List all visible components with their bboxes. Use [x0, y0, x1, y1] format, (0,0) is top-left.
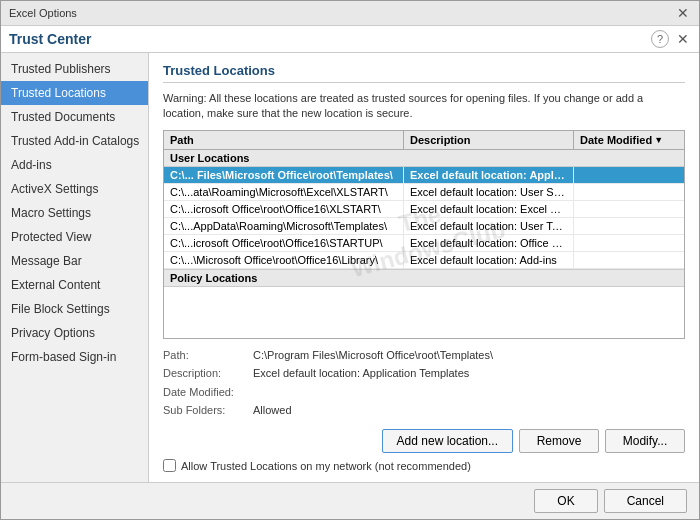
cell-description-3: Excel default location: User Templates [404, 218, 574, 234]
sidebar-item-message-bar[interactable]: Message Bar [1, 249, 148, 273]
cell-description-1: Excel default location: User StartUp [404, 184, 574, 200]
dialog-header: Trust Center ? ✕ [1, 26, 699, 53]
warning-text: Warning: All these locations are treated… [163, 91, 685, 122]
dialog-header-controls: ? ✕ [651, 30, 691, 48]
modify-button[interactable]: Modify... [605, 429, 685, 453]
dialog-footer: OK Cancel [1, 482, 699, 519]
cell-description-2: Excel default location: Excel StartUp [404, 201, 574, 217]
cell-date-1 [574, 184, 684, 200]
table-header: Path Description Date Modified ▼ [164, 131, 684, 150]
sidebar: Trusted PublishersTrusted LocationsTrust… [1, 53, 149, 482]
dialog-help-button[interactable]: ? [651, 30, 669, 48]
sidebar-item-privacy-options[interactable]: Privacy Options [1, 321, 148, 345]
bottom-buttons: Add new location... Remove Modify... [163, 429, 685, 453]
detail-date-modified-row: Date Modified: [163, 384, 685, 402]
table-row[interactable]: C:\... Files\Microsoft Office\root\Templ… [164, 167, 684, 184]
cell-description-0: Excel default location: Application Temp… [404, 167, 574, 183]
header-date-modified: Date Modified ▼ [574, 131, 684, 149]
detail-description-value: Excel default location: Application Temp… [253, 365, 685, 383]
sidebar-item-form-based-signin[interactable]: Form-based Sign-in [1, 345, 148, 369]
sidebar-item-file-block-settings[interactable]: File Block Settings [1, 297, 148, 321]
detail-path-label: Path: [163, 347, 253, 365]
cell-path-1: C:\...ata\Roaming\Microsoft\Excel\XLSTAR… [164, 184, 404, 200]
sidebar-item-activex-settings[interactable]: ActiveX Settings [1, 177, 148, 201]
detail-subfolders-value: Allowed [253, 402, 685, 420]
ok-button[interactable]: OK [534, 489, 597, 513]
locations-table-outer: Path Description Date Modified ▼ User Lo… [163, 130, 685, 339]
remove-button[interactable]: Remove [519, 429, 599, 453]
cell-description-5: Excel default location: Add-ins [404, 252, 574, 268]
dialog-title: Trust Center [9, 31, 91, 47]
detail-subfolders-row: Sub Folders: Allowed [163, 402, 685, 420]
table-row[interactable]: C:\...icrosoft Office\root\Office16\STAR… [164, 235, 684, 252]
allow-trusted-locations-row: Allow Trusted Locations on my network (n… [163, 459, 685, 472]
sidebar-item-protected-view[interactable]: Protected View [1, 225, 148, 249]
policy-locations-header: Policy Locations [164, 269, 684, 287]
allow-trusted-locations-checkbox[interactable] [163, 459, 176, 472]
cell-path-2: C:\...icrosoft Office\root\Office16\XLST… [164, 201, 404, 217]
cell-date-2 [574, 201, 684, 217]
table-row[interactable]: C:\...AppData\Roaming\Microsoft\Template… [164, 218, 684, 235]
detail-subfolders-label: Sub Folders: [163, 402, 253, 420]
cancel-button[interactable]: Cancel [604, 489, 687, 513]
table-row[interactable]: C:\...\Microsoft Office\root\Office16\Li… [164, 252, 684, 269]
allow-trusted-locations-label: Allow Trusted Locations on my network (n… [181, 460, 471, 472]
user-locations-header: User Locations [164, 150, 684, 167]
header-path: Path [164, 131, 404, 149]
cell-date-0 [574, 167, 684, 183]
sidebar-item-trusted-locations[interactable]: Trusted Locations [1, 81, 148, 105]
sidebar-item-macro-settings[interactable]: Macro Settings [1, 201, 148, 225]
header-description: Description [404, 131, 574, 149]
sidebar-item-add-ins[interactable]: Add-ins [1, 153, 148, 177]
cell-date-5 [574, 252, 684, 268]
cell-description-4: Excel default location: Office StartUp [404, 235, 574, 251]
sidebar-item-external-content[interactable]: External Content [1, 273, 148, 297]
detail-description-row: Description: Excel default location: App… [163, 365, 685, 383]
sidebar-item-trusted-documents[interactable]: Trusted Documents [1, 105, 148, 129]
cell-path-3: C:\...AppData\Roaming\Microsoft\Template… [164, 218, 404, 234]
section-title: Trusted Locations [163, 63, 685, 83]
sort-icon: ▼ [654, 135, 663, 145]
title-bar: Excel Options ✕ [1, 1, 699, 26]
cell-path-0: C:\... Files\Microsoft Office\root\Templ… [164, 167, 404, 183]
add-new-location-button[interactable]: Add new location... [382, 429, 513, 453]
table-row[interactable]: C:\...icrosoft Office\root\Office16\XLST… [164, 201, 684, 218]
detail-path-row: Path: C:\Program Files\Microsoft Office\… [163, 347, 685, 365]
main-content: Trusted PublishersTrusted LocationsTrust… [1, 53, 699, 482]
detail-date-modified-label: Date Modified: [163, 384, 253, 402]
detail-description-label: Description: [163, 365, 253, 383]
table-row[interactable]: C:\...ata\Roaming\Microsoft\Excel\XLSTAR… [164, 184, 684, 201]
cell-path-4: C:\...icrosoft Office\root\Office16\STAR… [164, 235, 404, 251]
title-bar-controls: ✕ [675, 5, 691, 21]
main-window: Excel Options ✕ Trust Center ? ✕ Trusted… [0, 0, 700, 520]
detail-path-value: C:\Program Files\Microsoft Office\root\T… [253, 347, 685, 365]
table-body: User Locations C:\... Files\Microsoft Of… [164, 150, 684, 338]
details-section: Path: C:\Program Files\Microsoft Office\… [163, 347, 685, 421]
cell-path-5: C:\...\Microsoft Office\root\Office16\Li… [164, 252, 404, 268]
content-area: Trusted Locations Warning: All these loc… [149, 53, 699, 482]
sidebar-item-trusted-addin-catalogs[interactable]: Trusted Add-in Catalogs [1, 129, 148, 153]
locations-table: Path Description Date Modified ▼ User Lo… [163, 130, 685, 339]
cell-date-3 [574, 218, 684, 234]
dialog-close-button[interactable]: ✕ [675, 31, 691, 47]
window-title: Excel Options [9, 7, 77, 19]
cell-date-4 [574, 235, 684, 251]
window-close-button[interactable]: ✕ [675, 5, 691, 21]
detail-date-modified-value [253, 384, 685, 402]
sidebar-item-trusted-publishers[interactable]: Trusted Publishers [1, 57, 148, 81]
